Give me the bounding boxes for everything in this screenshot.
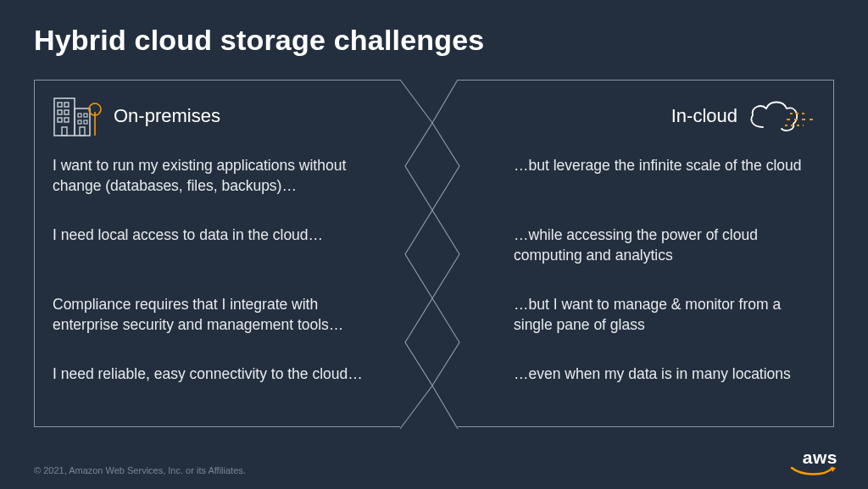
on-premises-header: On-premises	[53, 92, 380, 141]
aws-smile-icon	[790, 466, 837, 478]
list-item: I need local access to data in the cloud…	[53, 220, 380, 290]
in-cloud-header: In-cloud	[485, 92, 815, 141]
cloud-icon	[744, 97, 815, 136]
copyright-footer: © 2021, Amazon Web Services, Inc. or its…	[34, 465, 246, 475]
in-cloud-heading: In-cloud	[671, 105, 737, 127]
list-item: …while accessing the power of cloud comp…	[485, 220, 815, 290]
list-item: …but I want to manage & monitor from a s…	[485, 290, 815, 359]
svg-rect-3	[64, 103, 69, 107]
slide-title: Hybrid cloud storage challenges	[0, 0, 868, 72]
svg-rect-7	[64, 118, 69, 122]
svg-rect-6	[58, 118, 62, 122]
svg-rect-9	[84, 114, 87, 117]
list-item: Compliance requires that I integrate wit…	[53, 290, 380, 359]
on-premises-column: On-premises I want to run my existing ap…	[34, 80, 398, 427]
svg-rect-2	[58, 103, 62, 107]
in-cloud-column: In-cloud …but leverage the infinite scal…	[466, 80, 834, 427]
on-premises-heading: On-premises	[114, 105, 220, 127]
list-item: …even when my data is in many locations	[485, 359, 815, 429]
zigzag-divider	[398, 79, 466, 430]
list-item: I need reliable, easy connectivity to th…	[53, 359, 380, 429]
panels-container: On-premises I want to run my existing ap…	[34, 80, 834, 427]
aws-logo: aws	[790, 448, 837, 479]
building-icon	[53, 95, 102, 137]
svg-rect-13	[80, 127, 85, 136]
svg-rect-10	[78, 120, 81, 124]
svg-rect-8	[78, 114, 81, 117]
svg-rect-11	[84, 120, 87, 124]
list-item: …but leverage the infinite scale of the …	[485, 151, 815, 220]
svg-rect-12	[62, 127, 67, 136]
list-item: I want to run my existing applications w…	[53, 151, 380, 220]
aws-logo-text: aws	[790, 448, 837, 466]
svg-rect-5	[64, 110, 69, 114]
svg-rect-4	[58, 110, 62, 114]
